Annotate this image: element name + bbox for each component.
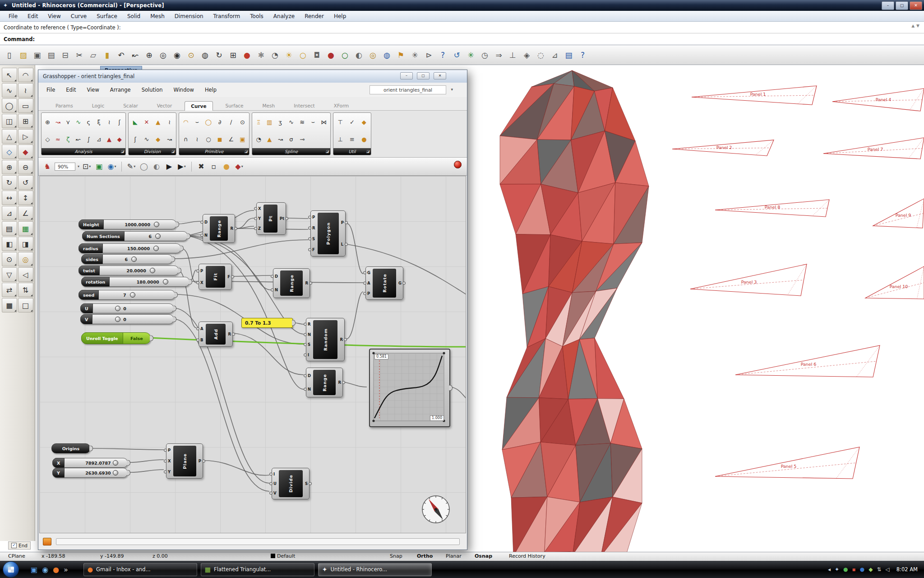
maximize-button[interactable]: ▢ (896, 1, 908, 10)
output-port[interactable]: Pt (280, 216, 284, 221)
toolbox-tool-icon[interactable]: ⊙ (2, 252, 17, 266)
component-icon[interactable]: ✕ (142, 117, 151, 126)
component-icon[interactable]: ↝ (165, 135, 174, 144)
gh-file-dropdown[interactable]: orient triangles_final ▾ (370, 85, 446, 94)
wireframe-sphere-icon[interactable]: ◯ (139, 161, 149, 172)
gh-category-tab[interactable]: Params (49, 101, 79, 110)
osnap-toggle[interactable]: Osnap (475, 553, 492, 559)
toolbox-tool-icon[interactable]: ◆ (18, 144, 33, 159)
range-component[interactable]: DNRangeR (273, 268, 310, 298)
input-port[interactable]: P (168, 448, 171, 452)
component-icon[interactable]: ζ (64, 135, 73, 144)
flattened-panel[interactable]: Panel 4 (832, 89, 924, 111)
toolbox-tool-icon[interactable]: ▤ (2, 221, 17, 236)
input-port[interactable]: X (258, 206, 261, 211)
component-icon[interactable]: ◇ (43, 135, 52, 144)
solver-status-dot[interactable] (454, 161, 462, 168)
toolbar-icon[interactable]: ◔ (268, 48, 282, 61)
component-icon[interactable]: ⋎ (64, 117, 73, 126)
toolbar-icon[interactable]: ◷ (478, 48, 491, 61)
slider-knob[interactable] (150, 268, 155, 273)
toolbar-icon[interactable]: ◎ (366, 48, 379, 61)
number-slider[interactable]: twist20.0000 (79, 266, 179, 275)
input-port[interactable]: P (312, 215, 315, 219)
gh-menu-item[interactable]: View (82, 85, 105, 95)
component-icon[interactable]: ◆ (115, 135, 124, 144)
input-port[interactable]: F (312, 247, 315, 252)
toolbox-tool-icon[interactable]: △ (2, 129, 17, 144)
input-port[interactable]: D (275, 274, 278, 279)
toolbox-tool-icon[interactable]: ↖ (2, 68, 17, 82)
canvas-zoom-input[interactable]: 90% (55, 163, 75, 171)
toolbox-tool-icon[interactable]: ⊿ (2, 206, 17, 220)
gh-category-tab[interactable]: Scalar (117, 101, 144, 110)
component-icon[interactable]: ⊤ (336, 117, 345, 126)
menu-item[interactable]: Dimension (170, 12, 208, 21)
gh-menu-item[interactable]: Edit (60, 85, 81, 95)
input-port[interactable]: P (367, 291, 370, 296)
graph-mapper[interactable]: 0.581 1.000 (369, 349, 450, 427)
grasshopper-window[interactable]: Grasshopper - orient triangles_final –▢✕… (38, 70, 467, 550)
component-icon[interactable]: ≋ (298, 117, 307, 126)
rhino-titlebar[interactable]: ✦ Untitled - Rhinoceros (Commercial) - [… (0, 0, 924, 11)
toolbox-tool-icon[interactable]: ↻ (2, 175, 17, 190)
toolbox-tool-icon[interactable]: ◧ (2, 237, 17, 251)
menu-item[interactable]: Surface (92, 12, 122, 21)
start-button[interactable] (3, 561, 19, 578)
component-icon[interactable]: ⊙ (238, 117, 247, 126)
toolbar-icon[interactable]: ✱ (254, 48, 268, 61)
component-icon[interactable]: ◣ (131, 117, 140, 126)
toolbox-tool-icon[interactable]: ◁ (18, 267, 33, 282)
menu-item[interactable]: Transform (208, 12, 245, 21)
toolbar-icon[interactable]: ● (240, 48, 254, 61)
output-port[interactable]: L (341, 242, 344, 247)
menu-item[interactable]: File (4, 12, 23, 21)
flattened-panel[interactable]: Panel 10 (865, 266, 924, 299)
toolbar-icon[interactable]: ? (436, 48, 449, 61)
panel-note[interactable]: 0.7 To 1.3 (241, 318, 293, 328)
number-slider[interactable]: U0 (80, 303, 174, 313)
menu-item[interactable]: Render (300, 12, 329, 21)
number-slider[interactable]: X7892.0787 (52, 458, 128, 468)
toolbar-icon[interactable]: ⊞ (226, 48, 240, 61)
toolbar-icon[interactable]: ⊟ (59, 48, 72, 61)
component-icon[interactable]: ʃ (131, 135, 140, 144)
tray-icon[interactable]: ▪ (852, 566, 856, 573)
tray-icon[interactable]: ◁ (885, 566, 889, 573)
fit-component[interactable]: PXFitF (199, 264, 232, 290)
toolbar-icon[interactable]: ◈ (520, 48, 533, 61)
toolbox-tool-icon[interactable]: ▷ (18, 129, 33, 144)
palette-group-label[interactable]: Spline (252, 148, 330, 155)
toolbox-tool-icon[interactable]: ▭ (18, 98, 33, 113)
toolbox-tool-icon[interactable]: ⊖ (18, 160, 33, 174)
menu-item[interactable]: Solid (122, 12, 145, 21)
gh-category-tab[interactable]: Intersect (287, 101, 321, 110)
close-button[interactable]: ✕ (910, 1, 922, 10)
component-icon[interactable]: ∩ (181, 135, 190, 144)
toolbox-tool-icon[interactable]: ◇ (2, 144, 17, 159)
toolbar-icon[interactable]: ○ (296, 48, 310, 61)
toolbar-icon[interactable]: ✂ (73, 48, 86, 61)
component-icon[interactable]: ▥ (265, 117, 274, 126)
output-port[interactable]: P (341, 220, 344, 225)
toolbox-tool-icon[interactable]: ≀ (18, 83, 33, 98)
tray-icon[interactable]: ◂ (828, 566, 831, 573)
menu-item[interactable]: Curve (66, 12, 92, 21)
flattened-panel[interactable]: Panel 5 (715, 447, 859, 479)
component-icon[interactable]: ≡ (347, 135, 356, 144)
toolbox-tool-icon[interactable]: ▦ (18, 221, 33, 236)
gh-menu-item[interactable]: Window (168, 85, 199, 95)
component-icon[interactable]: ≀ (193, 135, 202, 144)
input-port[interactable]: X (168, 459, 171, 463)
toolbar-icon[interactable]: ◍ (199, 48, 212, 61)
output-port[interactable]: R (338, 380, 341, 385)
component-icon[interactable]: ⊸ (298, 135, 307, 144)
toolbox-tool-icon[interactable]: ◯ (2, 98, 17, 113)
input-port[interactable]: Y (168, 470, 171, 474)
input-port[interactable]: A (200, 326, 203, 331)
slider-knob[interactable] (131, 256, 137, 262)
palette-group-label[interactable]: Analysis (42, 148, 125, 155)
component-icon[interactable]: Ξ (254, 117, 263, 126)
flattened-panel[interactable]: Panel 2 (672, 140, 774, 156)
component-icon[interactable]: ✓ (347, 117, 356, 126)
